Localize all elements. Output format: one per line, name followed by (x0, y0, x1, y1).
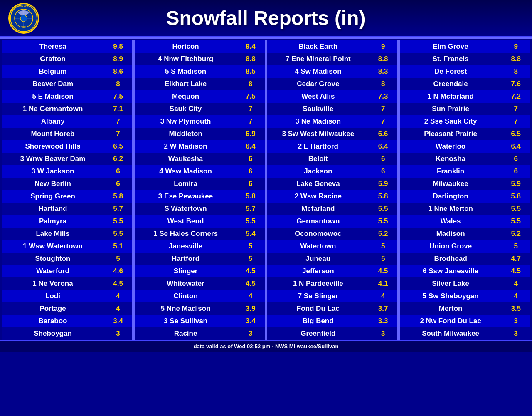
snow-value: 5 (369, 240, 398, 253)
city-name: Belgium (2, 65, 104, 78)
city-name: Germantown (267, 215, 369, 228)
city-name: St. Francis (399, 53, 501, 65)
table-row: Albany73 Nw Plymouth73 Ne Madison72 Sse … (2, 115, 530, 128)
city-name: 5 S Madison (134, 65, 236, 78)
city-name: 5 E Madison (2, 90, 104, 103)
city-name: Franklin (399, 165, 501, 178)
snow-value: 3 (369, 327, 398, 340)
snow-value: 4.5 (369, 265, 398, 277)
snow-value: 6.4 (501, 140, 530, 153)
table-row: 3 Wnw Beaver Dam6.2Waukesha6Beloit6Kenos… (2, 153, 530, 165)
snow-value: 5.8 (369, 190, 398, 203)
snow-value: 7 (501, 115, 530, 128)
snow-value: 7 (369, 103, 398, 115)
city-name: Oconomowoc (267, 228, 369, 240)
table-row: Shorewood Hills6.52 W Madison6.42 E Hart… (2, 140, 530, 153)
city-name: 1 N Pardeeville (267, 277, 369, 290)
snow-value: 5 (501, 240, 530, 253)
snow-value: 5.5 (501, 203, 530, 215)
snow-value: 4.7 (501, 253, 530, 265)
city-name: Greenfield (267, 327, 369, 340)
snow-value: 5.7 (236, 203, 266, 215)
city-name: 1 Nne Merton (399, 203, 501, 215)
city-name: 2 E Hartford (267, 140, 369, 153)
city-name: Union Grove (399, 240, 501, 253)
snow-value: 5.8 (501, 190, 530, 203)
snow-value: 3.4 (236, 315, 266, 327)
city-name: Elm Grove (399, 40, 501, 53)
city-name: Sun Prairie (399, 103, 501, 115)
city-name: South Milwaukee (399, 327, 501, 340)
city-name: Clinton (134, 290, 236, 302)
city-name: 3 Sw West Milwaukee (267, 128, 369, 140)
city-name: Lodi (2, 290, 104, 302)
data-section: Theresa9.5Horicon9.4Black Earth9Elm Grov… (0, 37, 532, 340)
city-name: 5 Sw Sheboygan (399, 290, 501, 302)
city-name: Brodhead (399, 253, 501, 265)
city-name: Theresa (2, 40, 104, 53)
snow-value: 5.2 (501, 228, 530, 240)
city-name: Lake Geneva (267, 178, 369, 190)
snow-value: 8 (104, 78, 133, 90)
snow-value: 8.8 (369, 53, 398, 65)
footer-text: data valid as of Wed 02:52 pm - NWS Milw… (194, 343, 339, 349)
snow-value: 9 (369, 40, 398, 53)
city-name: Juneau (267, 253, 369, 265)
snow-value: 6.4 (236, 140, 266, 153)
svg-text:NATIONAL WEATHER: NATIONAL WEATHER (14, 6, 34, 8)
city-name: 4 Wsw Madison (134, 165, 236, 178)
snow-value: 7.6 (501, 78, 530, 90)
snow-value: 4 (501, 277, 530, 290)
snow-value: 6.6 (369, 128, 398, 140)
city-name: Wales (399, 215, 501, 228)
city-name: Mequon (134, 90, 236, 103)
snow-value: 4.6 (104, 265, 133, 277)
snow-value: 5 (236, 240, 266, 253)
city-name: Hartford (134, 253, 236, 265)
city-name: Big Bend (267, 315, 369, 327)
city-name: Merton (399, 302, 501, 315)
city-name: 2 Sse Sauk City (399, 115, 501, 128)
city-name: Milwaukee (399, 178, 501, 190)
table-row: Lake Mills5.51 Se Hales Corners5.4Oconom… (2, 228, 530, 240)
snow-value: 6 (104, 178, 133, 190)
city-name: 3 Se Sullivan (134, 315, 236, 327)
table-row: Baraboo3.43 Se Sullivan3.4Big Bend3.32 N… (2, 315, 530, 327)
snow-value: 6.2 (104, 153, 133, 165)
city-name: Palmyra (2, 215, 104, 228)
city-name: 3 Ese Pewaukee (134, 190, 236, 203)
city-name: Cedar Grove (267, 78, 369, 90)
table-row: Stoughton5Hartford5Juneau5Brodhead4.7 (2, 253, 530, 265)
snow-value: 8.9 (104, 53, 133, 65)
table-row: Lodi4Clinton47 Se Slinger45 Sw Sheboygan… (2, 290, 530, 302)
snow-value: 3.9 (236, 302, 266, 315)
snow-value: 7 (236, 103, 266, 115)
snow-value: 4 (236, 290, 266, 302)
snow-value: 6 (104, 165, 133, 178)
snow-value: 6.4 (369, 140, 398, 153)
table-row: Hartland5.7S Watertown5.7Mcfarland5.51 N… (2, 203, 530, 215)
snow-value: 5.5 (369, 203, 398, 215)
city-name: 5 Nne Madison (134, 302, 236, 315)
table-row: Theresa9.5Horicon9.4Black Earth9Elm Grov… (2, 40, 530, 53)
snow-value: 7 (501, 103, 530, 115)
table-row: Spring Green5.83 Ese Pewaukee5.82 Wsw Ra… (2, 190, 530, 203)
city-name: Beloit (267, 153, 369, 165)
city-name: 1 Se Hales Corners (134, 228, 236, 240)
header: NWS NATIONAL WEATHER Snowfall Reports (i… (0, 0, 532, 37)
snow-value: 8 (501, 65, 530, 78)
city-name: Darlington (399, 190, 501, 203)
snow-value: 8.8 (501, 53, 530, 65)
snow-value: 7.5 (236, 90, 266, 103)
city-name: De Forest (399, 65, 501, 78)
snow-value: 3.7 (369, 302, 398, 315)
city-name: Lomira (134, 178, 236, 190)
snow-value: 6 (501, 165, 530, 178)
city-name: 1 Ne Verona (2, 277, 104, 290)
footer: data valid as of Wed 02:52 pm - NWS Milw… (0, 340, 532, 352)
city-name: Silver Lake (399, 277, 501, 290)
snow-value: 6 (236, 178, 266, 190)
city-name: Portage (2, 302, 104, 315)
city-name: 2 W Madison (134, 140, 236, 153)
snow-value: 6 (369, 153, 398, 165)
